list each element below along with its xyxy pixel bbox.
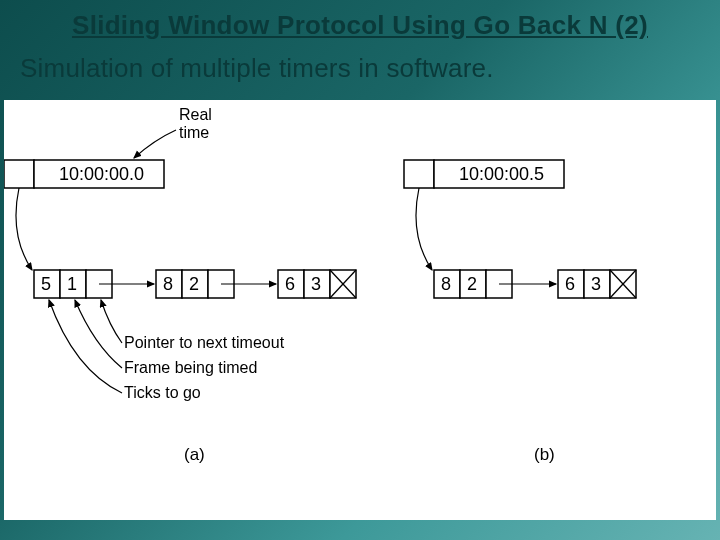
node-a-2-ticks: 8 (163, 274, 173, 294)
clock-box-a: 10:00:00.0 (4, 160, 164, 188)
diagram-svg: Real time 10:00:00.0 10:00:00.5 5 1 8 2 (4, 100, 716, 520)
label-ticks: Ticks to go (124, 384, 201, 401)
head-pointer-b (416, 188, 432, 270)
node-a-3-frame: 3 (311, 274, 321, 294)
label-real-time-1: Real (179, 106, 212, 123)
label-real-time-2: time (179, 124, 209, 141)
clock-b-text: 10:00:00.5 (459, 164, 544, 184)
node-b-2: 6 3 (558, 270, 636, 298)
node-b-1-frame: 2 (467, 274, 477, 294)
slide-title: Sliding Window Protocol Using Go Back N … (0, 0, 720, 45)
node-a-3: 6 3 (278, 270, 356, 298)
label-frame: Frame being timed (124, 359, 257, 376)
slide-subtitle: Simulation of multiple timers in softwar… (0, 45, 720, 94)
node-a-3-ticks: 6 (285, 274, 295, 294)
arrow-real-time (134, 130, 176, 158)
node-b-1-ticks: 8 (441, 274, 451, 294)
clock-box-b: 10:00:00.5 (404, 160, 564, 188)
head-pointer-a (16, 188, 32, 270)
svg-rect-0 (4, 160, 34, 188)
node-a-2-frame: 2 (189, 274, 199, 294)
caption-a: (a) (184, 445, 205, 464)
arrow-pointer (101, 300, 122, 343)
node-a-1-frame: 1 (67, 274, 77, 294)
node-b-2-frame: 3 (591, 274, 601, 294)
caption-b: (b) (534, 445, 555, 464)
label-pointer: Pointer to next timeout (124, 334, 285, 351)
svg-rect-2 (404, 160, 434, 188)
node-b-2-ticks: 6 (565, 274, 575, 294)
diagram-canvas: Real time 10:00:00.0 10:00:00.5 5 1 8 2 (4, 100, 716, 520)
arrow-frame (75, 300, 122, 368)
arrow-ticks (49, 300, 122, 393)
clock-a-text: 10:00:00.0 (59, 164, 144, 184)
node-a-1-ticks: 5 (41, 274, 51, 294)
